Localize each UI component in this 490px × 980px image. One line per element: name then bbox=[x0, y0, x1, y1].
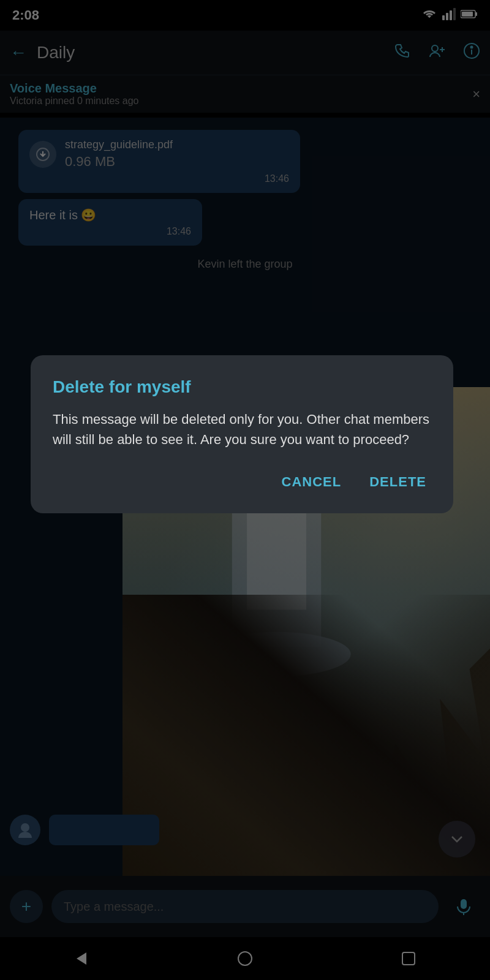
delete-dialog: Delete for myself This message will be d… bbox=[31, 355, 453, 513]
cancel-button[interactable]: CANCEL bbox=[277, 468, 347, 496]
dialog-title: Delete for myself bbox=[53, 377, 431, 397]
dialog-body: This message will be deleted only for yo… bbox=[53, 409, 431, 450]
delete-button[interactable]: DELETE bbox=[364, 468, 431, 496]
dialog-actions: CANCEL DELETE bbox=[53, 468, 431, 496]
